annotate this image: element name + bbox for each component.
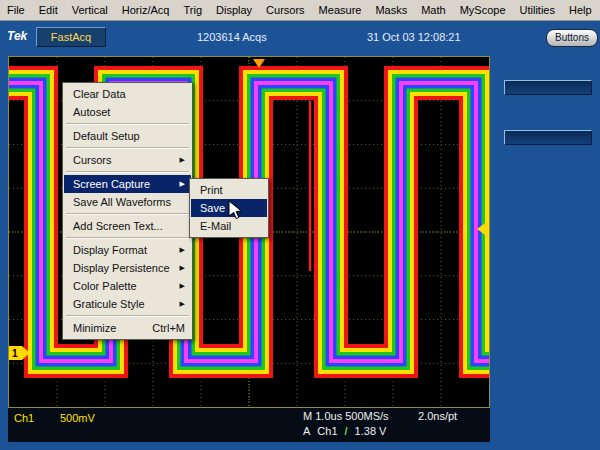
submenu-arrow-icon: ▶: [180, 264, 185, 272]
menu-item-label: Autoset: [73, 106, 110, 118]
channel1-marker-label: 1: [12, 348, 18, 359]
menubar-item-horiz-acq[interactable]: Horiz/Acq: [115, 0, 177, 20]
menu-separator: [66, 171, 189, 173]
context-menu-item-screen-capture[interactable]: Screen Capture▶: [64, 175, 191, 193]
menu-item-label: Cursors: [73, 154, 112, 166]
side-readout-box-2: [504, 130, 592, 145]
buttons-button[interactable]: Buttons: [546, 29, 598, 47]
menu-item-label: Save: [200, 202, 225, 214]
menu-item-label: Add Screen Text...: [73, 220, 163, 232]
menu-item-label: Color Palette: [73, 280, 137, 292]
menu-item-label: Clear Data: [73, 88, 126, 100]
menu-separator: [66, 123, 189, 125]
menu-item-label: Graticule Style: [73, 298, 145, 310]
menu-separator: [66, 237, 189, 239]
menu-item-label: Screen Capture: [73, 178, 150, 190]
trigger-slope-icon: /: [345, 425, 348, 437]
menubar-item-cursors[interactable]: Cursors: [259, 0, 312, 20]
context-menu-item-color-palette[interactable]: Color Palette▶: [64, 277, 191, 295]
context-menu-item-clear-data[interactable]: Clear Data: [64, 85, 191, 103]
menubar: FileEditVerticalHoriz/AcqTrigDisplayCurs…: [0, 0, 600, 21]
submenu-arrow-icon: ▶: [180, 282, 185, 290]
context-menu-item-minimize[interactable]: MinimizeCtrl+M: [64, 319, 191, 337]
menu-item-label: Save All Waveforms: [73, 196, 171, 208]
channel-readout: Ch1: [14, 412, 34, 424]
menubar-item-math[interactable]: Math: [414, 0, 452, 20]
menubar-item-help[interactable]: Help: [562, 0, 599, 20]
trigger-level: 1.38 V: [355, 425, 387, 437]
context-menu-item-graticule-style[interactable]: Graticule Style▶: [64, 295, 191, 313]
context-menu: Clear DataAutosetDefault SetupCursors▶Sc…: [62, 82, 193, 340]
timebase-readout: M 1.0us 500MS/s: [303, 410, 389, 422]
menubar-item-measure[interactable]: Measure: [312, 0, 369, 20]
context-menu-item-default-setup[interactable]: Default Setup: [64, 127, 191, 145]
menubar-item-trig[interactable]: Trig: [176, 0, 209, 20]
menubar-item-vertical[interactable]: Vertical: [65, 0, 115, 20]
menu-separator: [66, 315, 189, 317]
menubar-item-myscope[interactable]: MyScope: [453, 0, 513, 20]
menu-item-label: Display Persistence: [73, 262, 170, 274]
trigger-readout: A Ch1 / 1.38 V: [303, 425, 386, 437]
datetime-readout: 31 Oct 03 12:08:21: [367, 31, 461, 43]
menubar-item-edit[interactable]: Edit: [32, 0, 65, 20]
menu-item-label: Print: [200, 184, 223, 196]
readout-strip: Ch1 500mV M 1.0us 500MS/s 2.0ns/pt A Ch1…: [8, 408, 490, 442]
vertical-scale-readout: 500mV: [60, 412, 95, 424]
menu-separator: [66, 213, 189, 215]
context-menu-item-cursors[interactable]: Cursors▶: [64, 151, 191, 169]
menu-item-label: Minimize: [73, 322, 116, 334]
menu-item-label: E-Mail: [200, 220, 231, 232]
oscilloscope-window: FileEditVerticalHoriz/AcqTrigDisplayCurs…: [0, 0, 600, 450]
fastacq-tab[interactable]: FastAcq: [36, 27, 106, 47]
submenu-arrow-icon: ▶: [180, 246, 185, 254]
menu-separator: [66, 147, 189, 149]
menu-item-label: Default Setup: [73, 130, 140, 142]
menubar-item-masks[interactable]: Masks: [368, 0, 414, 20]
submenu-arrow-icon: ▶: [180, 300, 185, 308]
submenu-arrow-icon: ▶: [180, 180, 185, 188]
menu-item-label: Display Format: [73, 244, 147, 256]
acquisition-count: 1203614 Acqs: [197, 31, 267, 43]
context-menu-item-autoset[interactable]: Autoset: [64, 103, 191, 121]
context-menu-item-display-persistence[interactable]: Display Persistence▶: [64, 259, 191, 277]
mouse-cursor-icon: [228, 200, 244, 222]
side-readout-box-1: [504, 80, 592, 95]
menubar-item-display[interactable]: Display: [209, 0, 259, 20]
submenu-arrow-icon: ▶: [180, 156, 185, 164]
resolution-readout: 2.0ns/pt: [418, 410, 457, 422]
context-menu-item-save-all-waveforms[interactable]: Save All Waveforms: [64, 193, 191, 211]
trigger-source: Ch1: [317, 425, 337, 437]
submenu-item-print[interactable]: Print: [191, 181, 267, 199]
context-menu-item-add-screen-text[interactable]: Add Screen Text...: [64, 217, 191, 235]
menu-shortcut: Ctrl+M: [144, 322, 185, 334]
tek-logo: Tek: [7, 29, 27, 43]
menubar-item-file[interactable]: File: [0, 0, 32, 20]
context-menu-item-display-format[interactable]: Display Format▶: [64, 241, 191, 259]
menubar-item-utilities[interactable]: Utilities: [513, 0, 562, 20]
trigger-prefix: A: [303, 425, 310, 437]
